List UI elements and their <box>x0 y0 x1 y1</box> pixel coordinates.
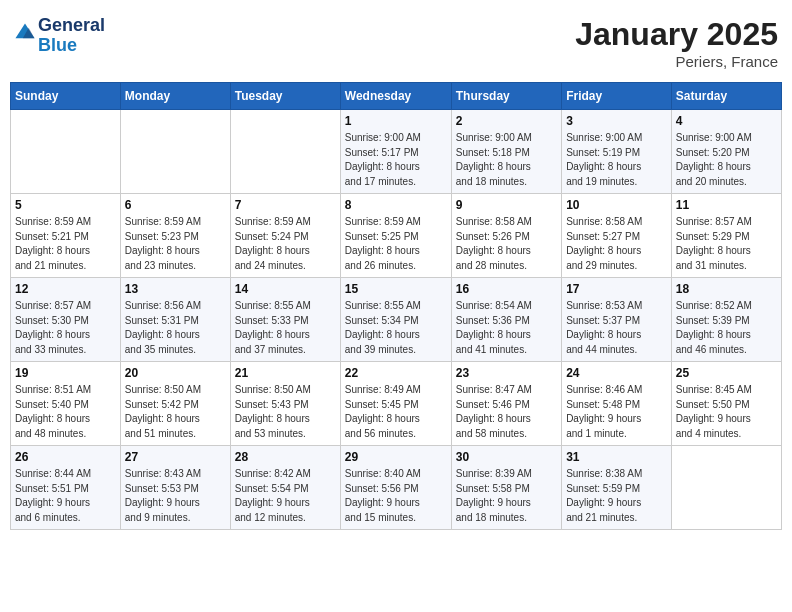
day-number: 30 <box>456 450 557 464</box>
day-info: Sunrise: 8:43 AM Sunset: 5:53 PM Dayligh… <box>125 467 226 525</box>
calendar-week-4: 19Sunrise: 8:51 AM Sunset: 5:40 PM Dayli… <box>11 362 782 446</box>
calendar-cell: 13Sunrise: 8:56 AM Sunset: 5:31 PM Dayli… <box>120 278 230 362</box>
day-number: 4 <box>676 114 777 128</box>
day-number: 25 <box>676 366 777 380</box>
calendar-cell: 15Sunrise: 8:55 AM Sunset: 5:34 PM Dayli… <box>340 278 451 362</box>
calendar-cell: 26Sunrise: 8:44 AM Sunset: 5:51 PM Dayli… <box>11 446 121 530</box>
logo-text-line2: Blue <box>38 36 105 56</box>
day-number: 17 <box>566 282 667 296</box>
calendar-cell: 19Sunrise: 8:51 AM Sunset: 5:40 PM Dayli… <box>11 362 121 446</box>
day-info: Sunrise: 8:56 AM Sunset: 5:31 PM Dayligh… <box>125 299 226 357</box>
calendar-cell: 24Sunrise: 8:46 AM Sunset: 5:48 PM Dayli… <box>562 362 672 446</box>
day-number: 13 <box>125 282 226 296</box>
day-number: 27 <box>125 450 226 464</box>
page-header: General Blue January 2025 Periers, Franc… <box>10 10 782 76</box>
logo: General Blue <box>14 16 105 56</box>
day-number: 19 <box>15 366 116 380</box>
calendar-cell: 18Sunrise: 8:52 AM Sunset: 5:39 PM Dayli… <box>671 278 781 362</box>
day-info: Sunrise: 8:44 AM Sunset: 5:51 PM Dayligh… <box>15 467 116 525</box>
day-number: 7 <box>235 198 336 212</box>
calendar-cell: 6Sunrise: 8:59 AM Sunset: 5:23 PM Daylig… <box>120 194 230 278</box>
calendar-cell: 7Sunrise: 8:59 AM Sunset: 5:24 PM Daylig… <box>230 194 340 278</box>
day-info: Sunrise: 8:55 AM Sunset: 5:34 PM Dayligh… <box>345 299 447 357</box>
calendar-cell: 29Sunrise: 8:40 AM Sunset: 5:56 PM Dayli… <box>340 446 451 530</box>
day-number: 18 <box>676 282 777 296</box>
day-number: 8 <box>345 198 447 212</box>
day-info: Sunrise: 9:00 AM Sunset: 5:20 PM Dayligh… <box>676 131 777 189</box>
location-subtitle: Periers, France <box>575 53 778 70</box>
calendar-week-2: 5Sunrise: 8:59 AM Sunset: 5:21 PM Daylig… <box>11 194 782 278</box>
calendar-cell: 16Sunrise: 8:54 AM Sunset: 5:36 PM Dayli… <box>451 278 561 362</box>
month-title: January 2025 <box>575 16 778 53</box>
calendar-cell: 1Sunrise: 9:00 AM Sunset: 5:17 PM Daylig… <box>340 110 451 194</box>
column-header-thursday: Thursday <box>451 83 561 110</box>
calendar-cell <box>11 110 121 194</box>
calendar-week-3: 12Sunrise: 8:57 AM Sunset: 5:30 PM Dayli… <box>11 278 782 362</box>
day-info: Sunrise: 8:51 AM Sunset: 5:40 PM Dayligh… <box>15 383 116 441</box>
calendar-cell: 14Sunrise: 8:55 AM Sunset: 5:33 PM Dayli… <box>230 278 340 362</box>
day-number: 12 <box>15 282 116 296</box>
calendar-week-5: 26Sunrise: 8:44 AM Sunset: 5:51 PM Dayli… <box>11 446 782 530</box>
day-info: Sunrise: 8:59 AM Sunset: 5:24 PM Dayligh… <box>235 215 336 273</box>
column-header-monday: Monday <box>120 83 230 110</box>
calendar-cell: 12Sunrise: 8:57 AM Sunset: 5:30 PM Dayli… <box>11 278 121 362</box>
column-header-friday: Friday <box>562 83 672 110</box>
day-info: Sunrise: 9:00 AM Sunset: 5:19 PM Dayligh… <box>566 131 667 189</box>
day-number: 16 <box>456 282 557 296</box>
day-number: 31 <box>566 450 667 464</box>
day-info: Sunrise: 8:58 AM Sunset: 5:26 PM Dayligh… <box>456 215 557 273</box>
column-header-saturday: Saturday <box>671 83 781 110</box>
calendar-week-1: 1Sunrise: 9:00 AM Sunset: 5:17 PM Daylig… <box>11 110 782 194</box>
day-number: 20 <box>125 366 226 380</box>
day-number: 3 <box>566 114 667 128</box>
calendar-cell: 22Sunrise: 8:49 AM Sunset: 5:45 PM Dayli… <box>340 362 451 446</box>
day-number: 6 <box>125 198 226 212</box>
calendar-cell: 9Sunrise: 8:58 AM Sunset: 5:26 PM Daylig… <box>451 194 561 278</box>
day-info: Sunrise: 8:46 AM Sunset: 5:48 PM Dayligh… <box>566 383 667 441</box>
day-number: 14 <box>235 282 336 296</box>
day-info: Sunrise: 8:50 AM Sunset: 5:43 PM Dayligh… <box>235 383 336 441</box>
day-info: Sunrise: 9:00 AM Sunset: 5:17 PM Dayligh… <box>345 131 447 189</box>
day-number: 11 <box>676 198 777 212</box>
day-number: 2 <box>456 114 557 128</box>
day-info: Sunrise: 8:57 AM Sunset: 5:30 PM Dayligh… <box>15 299 116 357</box>
day-number: 21 <box>235 366 336 380</box>
calendar-cell: 20Sunrise: 8:50 AM Sunset: 5:42 PM Dayli… <box>120 362 230 446</box>
calendar-header-row: SundayMondayTuesdayWednesdayThursdayFrid… <box>11 83 782 110</box>
day-info: Sunrise: 8:59 AM Sunset: 5:21 PM Dayligh… <box>15 215 116 273</box>
calendar-cell: 21Sunrise: 8:50 AM Sunset: 5:43 PM Dayli… <box>230 362 340 446</box>
day-info: Sunrise: 8:42 AM Sunset: 5:54 PM Dayligh… <box>235 467 336 525</box>
logo-text-line1: General <box>38 16 105 36</box>
day-info: Sunrise: 8:55 AM Sunset: 5:33 PM Dayligh… <box>235 299 336 357</box>
calendar-cell: 5Sunrise: 8:59 AM Sunset: 5:21 PM Daylig… <box>11 194 121 278</box>
day-number: 24 <box>566 366 667 380</box>
column-header-tuesday: Tuesday <box>230 83 340 110</box>
column-header-sunday: Sunday <box>11 83 121 110</box>
calendar-cell: 4Sunrise: 9:00 AM Sunset: 5:20 PM Daylig… <box>671 110 781 194</box>
day-info: Sunrise: 8:45 AM Sunset: 5:50 PM Dayligh… <box>676 383 777 441</box>
day-number: 9 <box>456 198 557 212</box>
calendar-table: SundayMondayTuesdayWednesdayThursdayFrid… <box>10 82 782 530</box>
day-info: Sunrise: 8:53 AM Sunset: 5:37 PM Dayligh… <box>566 299 667 357</box>
day-number: 1 <box>345 114 447 128</box>
day-number: 23 <box>456 366 557 380</box>
day-info: Sunrise: 8:54 AM Sunset: 5:36 PM Dayligh… <box>456 299 557 357</box>
day-number: 5 <box>15 198 116 212</box>
day-info: Sunrise: 8:50 AM Sunset: 5:42 PM Dayligh… <box>125 383 226 441</box>
day-info: Sunrise: 8:47 AM Sunset: 5:46 PM Dayligh… <box>456 383 557 441</box>
calendar-cell <box>671 446 781 530</box>
calendar-cell: 2Sunrise: 9:00 AM Sunset: 5:18 PM Daylig… <box>451 110 561 194</box>
day-number: 26 <box>15 450 116 464</box>
title-area: January 2025 Periers, France <box>575 16 778 70</box>
column-header-wednesday: Wednesday <box>340 83 451 110</box>
day-info: Sunrise: 8:40 AM Sunset: 5:56 PM Dayligh… <box>345 467 447 525</box>
calendar-cell: 28Sunrise: 8:42 AM Sunset: 5:54 PM Dayli… <box>230 446 340 530</box>
calendar-cell: 27Sunrise: 8:43 AM Sunset: 5:53 PM Dayli… <box>120 446 230 530</box>
calendar-cell: 25Sunrise: 8:45 AM Sunset: 5:50 PM Dayli… <box>671 362 781 446</box>
day-number: 22 <box>345 366 447 380</box>
day-info: Sunrise: 9:00 AM Sunset: 5:18 PM Dayligh… <box>456 131 557 189</box>
calendar-cell: 23Sunrise: 8:47 AM Sunset: 5:46 PM Dayli… <box>451 362 561 446</box>
calendar-cell <box>230 110 340 194</box>
day-info: Sunrise: 8:57 AM Sunset: 5:29 PM Dayligh… <box>676 215 777 273</box>
day-info: Sunrise: 8:52 AM Sunset: 5:39 PM Dayligh… <box>676 299 777 357</box>
